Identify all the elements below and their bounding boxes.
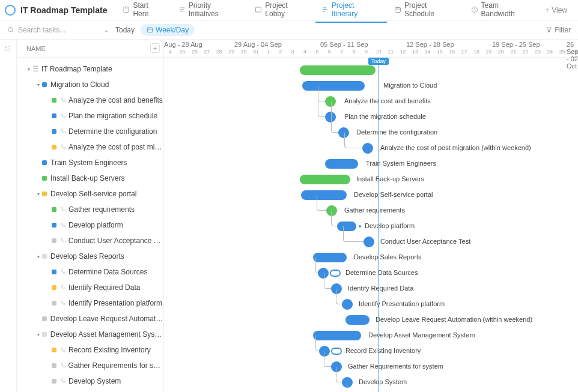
bar-label: Determine Data Sources (345, 269, 418, 276)
tree-node[interactable]: ▾Migration to Cloud (17, 77, 163, 92)
gantt-row[interactable]: Develop System (164, 375, 578, 390)
gantt-row[interactable]: Conduct User Acceptance Test (164, 234, 578, 250)
tree-node[interactable]: ▾Determine Data Sources (17, 264, 163, 280)
gantt-bar[interactable] (325, 159, 358, 169)
tree-node[interactable]: ▾Plan the migration schedule (17, 108, 163, 124)
bar-label: Gather Requirements for system (348, 363, 443, 370)
day-label: 6 (323, 49, 335, 57)
caret-icon[interactable]: ▾ (36, 332, 41, 337)
gantt-row[interactable]: Develop Self-service portal (164, 187, 578, 203)
day-label: 19 (482, 49, 494, 57)
tab-icon (255, 6, 262, 13)
gantt-timeline-header: 4252627282930311234567891011121314151617… (164, 40, 578, 58)
gantt-row[interactable]: Record Existing Inventory (164, 343, 578, 359)
gantt-row[interactable]: Train System Engineers (164, 156, 578, 172)
caret-icon[interactable]: ▾ (26, 67, 31, 71)
node-label: Identify Presentation platform (68, 299, 162, 307)
gantt-bar[interactable] (330, 270, 341, 277)
tree-node[interactable]: ▾Gather requirements (17, 202, 163, 217)
gantt-row[interactable]: Analyze the cost and benefits (164, 94, 578, 109)
gantt-row[interactable]: Migration to Cloud (164, 78, 578, 94)
gantt-row[interactable]: Determine Data Sources (164, 265, 578, 281)
gantt-milestone[interactable] (342, 299, 353, 310)
tab-start-here[interactable]: Start Here (117, 0, 171, 23)
filter-button[interactable]: Filter (546, 26, 571, 34)
gantt-milestone[interactable] (362, 143, 373, 154)
tab-project-itinerary[interactable]: Project Itinerary (315, 0, 387, 23)
gantt-row[interactable]: Install Back-up Servers (164, 172, 578, 187)
gantt-row[interactable]: Gather Requirements for system (164, 359, 578, 375)
tree-node[interactable]: ▾Develop Self-service portal (17, 186, 163, 202)
tree-node[interactable]: ▾Determine the configuration (17, 124, 163, 139)
tree-node[interactable]: ▾Gather Requirements for syst... (17, 358, 163, 373)
tab-priority-initiatives[interactable]: Priority Initiatives (172, 0, 248, 23)
connector-line (343, 226, 364, 242)
day-label: 7 (335, 49, 347, 57)
tree-node[interactable]: ▾Develop Asset Management System (17, 327, 163, 342)
gantt-chart[interactable]: 4252627282930311234567891011121314151617… (164, 40, 578, 392)
add-column-button[interactable]: + (150, 43, 160, 53)
gantt-row[interactable]: Determine the configuration (164, 125, 578, 140)
gantt-bar[interactable] (300, 65, 376, 75)
tab-project-schedule[interactable]: Project Schedule (388, 0, 464, 23)
tree-node[interactable]: ▾Install Back-up Servers (17, 170, 163, 186)
weekday-toggle[interactable]: Week/Day (141, 24, 195, 36)
tree-node[interactable]: ▾☰IT Roadmap Template (17, 61, 163, 77)
add-view-button[interactable]: + View (539, 2, 573, 18)
gantt-bar[interactable] (313, 253, 347, 262)
phone-icon (60, 378, 66, 384)
gantt-bar[interactable] (313, 331, 361, 340)
bar-label: Identify Required Data (348, 285, 413, 292)
gantt-row[interactable]: Develop Leave Request Automation (within… (164, 312, 578, 328)
day-label: 21 (507, 49, 519, 57)
phone-icon (60, 113, 66, 119)
phone-icon (60, 144, 66, 150)
gantt-milestone[interactable] (364, 237, 374, 247)
tree-node[interactable]: ▾Analyze the cost of post mig... (17, 139, 163, 155)
day-label: 24 (544, 49, 556, 57)
search-input[interactable]: Search tasks... (7, 26, 97, 34)
bar-label: Analyze the cost and benefits (344, 97, 431, 104)
gantt-body[interactable]: TodayMigration to CloudAnalyze the cost … (164, 58, 578, 392)
gantt-row[interactable]: Develop Sales Reports (164, 250, 578, 265)
caret-icon[interactable]: ▾ (36, 82, 41, 87)
collapse-handle[interactable] (0, 40, 17, 392)
app-logo-icon (5, 5, 16, 16)
gantt-row[interactable]: Develop Asset Management System (164, 328, 578, 343)
caret-icon[interactable]: ▾ (36, 191, 41, 196)
chevron-down-icon[interactable]: ⌄ (103, 26, 109, 34)
gantt-bar[interactable] (300, 175, 350, 184)
day-label: 14 (421, 49, 433, 57)
tree-node[interactable]: ▾Train System Engineers (17, 155, 163, 170)
connector-line (315, 336, 319, 351)
gantt-bar[interactable] (345, 315, 370, 325)
today-button[interactable]: Today (115, 26, 135, 34)
tree-node[interactable]: ▾Analyze the cost and benefits (17, 92, 163, 108)
gantt-row[interactable]: Plan the migration schedule (164, 109, 578, 125)
tree-node[interactable]: ▾Develop platform (17, 217, 163, 233)
gantt-row[interactable]: Analyze the cost of post migration (with… (164, 140, 578, 156)
tree-node[interactable]: ▾Record Existing Inventory (17, 342, 163, 358)
day-label: 13 (409, 49, 421, 57)
tab-project-lobby[interactable]: Project Lobby (249, 0, 314, 23)
day-label: 10 (373, 49, 385, 57)
gantt-row[interactable]: Develop platform (164, 219, 578, 234)
tree-node[interactable]: ▾Identify Required Data (17, 280, 163, 295)
caret-icon[interactable]: ▾ (36, 254, 41, 259)
gantt-row[interactable]: Gather requirements (164, 203, 578, 219)
tree-node[interactable]: ▾Identify Presentation platform (17, 295, 163, 311)
tree-node[interactable]: ▾Conduct User Acceptance Test (17, 233, 163, 249)
tree-node[interactable]: ▾Conduct User Acceptance Test (17, 389, 163, 392)
tree-node[interactable]: ▾Develop Sales Reports (17, 249, 163, 264)
status-dot (52, 363, 56, 368)
tree-node[interactable]: ▾Develop Leave Request Automation (17, 311, 163, 327)
gantt-row[interactable]: Identify Required Data (164, 281, 578, 297)
gantt-bar[interactable] (302, 81, 365, 91)
tree-node[interactable]: ▾Develop System (17, 373, 163, 389)
connector-line (331, 101, 338, 133)
node-label: Develop Asset Management System (50, 330, 163, 339)
gantt-bar[interactable] (331, 348, 342, 355)
app-header: IT Roadmap Template Start HerePriority I… (0, 0, 578, 20)
gantt-row[interactable]: Identify Presentation platform (164, 297, 578, 312)
tab-team-bandwidth[interactable]: Team Bandwidth (465, 0, 540, 23)
